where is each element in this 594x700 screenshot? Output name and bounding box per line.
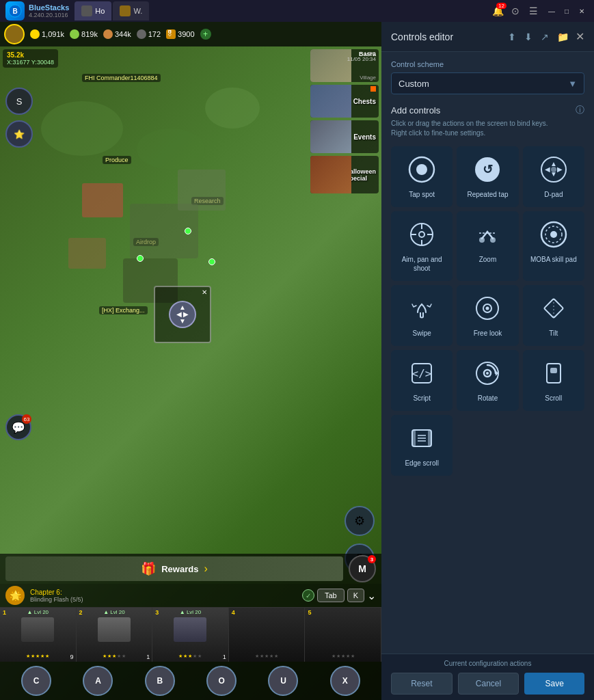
tab-w[interactable]: W. <box>113 1 149 21</box>
control-tilt[interactable]: Tilt <box>523 285 584 346</box>
chapter-controls: ✓ Tab K ⌄ <box>302 589 376 602</box>
folder-icon[interactable]: 📁 <box>557 31 569 42</box>
control-free-look[interactable]: Free look <box>457 285 518 346</box>
joystick-inner[interactable]: ▲◀ ▶▼ <box>169 301 196 328</box>
unit-card-2[interactable]: 2 ▲ Lvl 20 ★★★★★ 1 <box>77 608 153 662</box>
game-topbar: 1,091k 819k 344k 172 🎖 3900 + <box>0 22 381 46</box>
unit-card-1[interactable]: 1 ▲ Lvl 20 ★★★★★ 9 <box>0 608 77 662</box>
control-edge-scroll[interactable]: Edge scroll <box>391 415 453 476</box>
share-icon[interactable]: ↗ <box>541 31 549 42</box>
rewards-button[interactable]: 🎁 Rewards › <box>5 556 343 581</box>
game-bottom-overlay: 🎁 Rewards › M 3 🌟 Chapter 6: Blinding Fl… <box>0 554 381 700</box>
resource-gold: 1,091k <box>30 29 64 39</box>
reset-button[interactable]: Reset <box>391 673 453 695</box>
unit-stars-5: ★★★★★ <box>332 654 355 659</box>
wood-icon <box>103 29 113 39</box>
maximize-button[interactable]: □ <box>560 4 573 18</box>
m-button[interactable]: M 3 <box>349 555 376 582</box>
svg-text:◀: ◀ <box>545 165 550 173</box>
action-btn-c[interactable]: C <box>21 666 51 696</box>
unit-img-2 <box>98 617 131 642</box>
k-button[interactable]: K <box>347 589 364 602</box>
panel-close-button[interactable]: ✕ <box>576 30 584 43</box>
script-label: Script <box>413 394 431 403</box>
tab-home[interactable]: Ho <box>75 1 111 21</box>
tab-button[interactable]: Tab <box>317 589 345 602</box>
main-area: 1,091k 819k 344k 172 🎖 3900 + <box>0 22 594 700</box>
location-card[interactable]: UTC 11/05 20:34 Basra Village <box>310 49 379 82</box>
control-scroll[interactable]: Scroll <box>523 350 584 411</box>
control-script[interactable]: </> Script <box>391 350 453 411</box>
cancel-button[interactable]: Cancel <box>458 673 519 695</box>
footer-buttons: Reset Cancel Save <box>391 673 584 695</box>
add-resource-button[interactable]: + <box>200 29 211 40</box>
action-btn-o[interactable]: O <box>206 666 237 696</box>
unit-stars-4: ★★★★★ <box>255 654 278 659</box>
scheme-value: Custom <box>399 79 429 89</box>
unit-card-4[interactable]: 4 ★★★★★ <box>229 608 306 662</box>
events-label: Events <box>353 133 376 141</box>
gold-icon <box>30 29 40 39</box>
unit-card-5[interactable]: 5 ★★★★★ <box>305 608 381 662</box>
action-btn-b[interactable]: B <box>145 666 175 696</box>
floating-btn-1[interactable]: ⚙ <box>345 506 375 536</box>
joystick-overlay[interactable]: ✕ ▲◀ ▶▼ <box>154 286 211 343</box>
edge-scroll-label: Edge scroll <box>405 459 438 468</box>
control-moba-skill-pad[interactable]: MOBA skill pad <box>523 211 584 281</box>
control-aim-pan-shoot[interactable]: Aim, pan and shoot <box>391 211 453 281</box>
unit-lvl-1: ▲ Lvl 20 <box>27 609 49 615</box>
zoom-label: Zoom <box>479 255 497 264</box>
chat-button[interactable]: 💬 63 <box>5 414 31 440</box>
unit-stars-3: ★★★★★ <box>178 654 202 659</box>
chests-card[interactable]: Chests <box>310 85 379 118</box>
info-icon[interactable]: ⓘ <box>576 104 584 116</box>
action-btn-u[interactable]: U <box>268 666 298 696</box>
control-zoom[interactable]: Zoom <box>457 211 518 281</box>
add-controls-title: Add controls <box>391 105 440 116</box>
unit-count-3: 1 <box>223 654 226 660</box>
control-rotate[interactable]: Rotate <box>457 350 518 411</box>
events-card[interactable]: Events <box>310 120 379 153</box>
joystick-close-button[interactable]: ✕ <box>202 288 207 296</box>
help-icon[interactable]: ⊙ <box>509 5 522 16</box>
map-btn-rank[interactable]: ⭐ <box>5 120 33 148</box>
tab-home-icon <box>81 5 92 16</box>
controls-editor-panel: Controls editor ⬆ ⬇ ↗ 📁 ✕ Control scheme… <box>381 22 594 700</box>
close-button[interactable]: ✕ <box>575 4 589 18</box>
app-info: BlueStacks 4.240.20.1016 <box>29 3 69 18</box>
save-button[interactable]: Save <box>524 673 584 695</box>
action-btn-a[interactable]: A <box>83 666 113 696</box>
titlebar-icons: 🔔 12 ⊙ ☰ <box>491 5 539 16</box>
unit-lvl-3: ▲ Lvl 20 <box>180 609 202 615</box>
special-icon: 🎖 <box>166 29 176 39</box>
svg-point-26 <box>486 307 489 310</box>
notification-icon[interactable]: 🔔 12 <box>491 5 504 16</box>
map-btn-s[interactable]: S <box>5 88 33 115</box>
control-swipe[interactable]: Swipe <box>391 285 453 346</box>
download-icon[interactable]: ⬇ <box>524 31 532 42</box>
m-label: M <box>358 563 366 574</box>
tap-spot-icon <box>407 154 437 185</box>
menu-icon[interactable]: ☰ <box>527 5 539 16</box>
units-row: 1 ▲ Lvl 20 ★★★★★ 9 2 ▲ Lvl 20 ★★★★★ 1 <box>0 607 381 662</box>
player-level: 35.2k <box>7 51 54 59</box>
controls-editor-header: Controls editor ⬆ ⬇ ↗ 📁 ✕ <box>381 22 594 52</box>
halloween-card[interactable]: HalloweenSpecial <box>310 156 379 193</box>
unit-card-3[interactable]: 3 ▲ Lvl 20 ★★★★★ 1 <box>152 608 229 662</box>
rewards-icon: 🎁 <box>141 561 156 576</box>
player-avatar[interactable] <box>4 24 25 44</box>
action-btn-x[interactable]: X <box>330 666 360 696</box>
chapter-icon: 🌟 <box>5 586 25 605</box>
title-bar: B BlueStacks 4.240.20.1016 Ho W. 🔔 12 ⊙ … <box>0 0 594 22</box>
chests-card-bg <box>310 85 351 118</box>
svg-point-3 <box>416 164 427 175</box>
upload-icon[interactable]: ⬆ <box>508 31 516 42</box>
control-repeated-tap[interactable]: ↺ Repeated tap <box>457 146 518 207</box>
scheme-dropdown[interactable]: Custom ▼ <box>391 72 584 94</box>
control-tap-spot[interactable]: Tap spot <box>391 146 453 207</box>
unit-num-1: 1 <box>3 609 6 616</box>
building-3 <box>178 170 226 211</box>
aim-pan-shoot-label: Aim, pan and shoot <box>396 255 447 273</box>
control-d-pad[interactable]: ▲ ▼ ◀ ▶ D-pad <box>523 146 584 207</box>
minimize-button[interactable]: — <box>545 4 558 18</box>
